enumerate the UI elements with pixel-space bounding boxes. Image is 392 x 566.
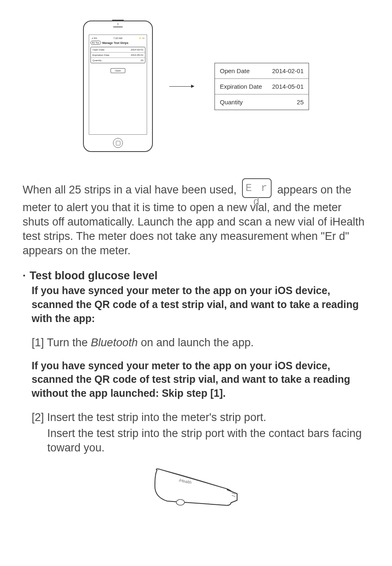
label: Quantity [92,59,101,62]
value: 25 [297,99,304,106]
svg-point-2 [176,499,184,505]
step1-b: on and launch the app. [138,336,254,349]
label: Open Date [220,67,250,74]
meter-device-icon: iHealth [151,464,241,513]
row-expiration-date-large: Expiration Date 2014-05-01 [215,79,309,94]
back-button[interactable]: BG Test [90,41,101,45]
row-quantity-large: Quantity 25 [215,94,309,110]
label: Open Date [92,48,104,51]
section-heading: · Test blood glucose level [23,269,369,282]
label: Expiration Date [92,54,109,56]
value: 2014-02-01 [272,67,304,74]
bullet-icon: · [23,269,26,282]
row-quantity-small: Quantity 25 [91,58,145,63]
screen-title: Manage Test Strips [102,41,129,44]
status-time: 7:20 AM [113,37,122,39]
label: Quantity [220,99,243,106]
value: 2014-02-01 [131,48,143,51]
row-expiration-date-small: Expiration Date 2014-05-01 [91,53,145,58]
strip-info-card-small: Open Date 2014-02-01 Expiration Date 201… [90,47,145,63]
condition-paragraph-2: If you have synced your meter to the app… [23,359,369,400]
illustration-section: .ıl 3G 7:20 AM ⚡ ▭ BG Test Manage Test S… [23,21,369,152]
row-open-date-small: Open Date 2014-02-01 [91,47,145,53]
para1-part-a: When all 25 strips in a vial have been u… [23,184,237,196]
phone-camera-icon [118,23,119,25]
label: Expiration Date [220,83,262,90]
arrow-icon [169,86,198,87]
step1-a: [1] Turn the [32,336,91,349]
condition-paragraph-1: If you have synced your meter to the app… [23,284,369,325]
status-bar: .ıl 3G 7:20 AM ⚡ ▭ [90,36,145,41]
lcd-display-icon: E r d [242,178,272,198]
phone-notch [112,20,124,21]
value: 2014-05-01 [272,83,304,90]
step1-italic: Bluetooth [91,336,138,349]
intro-paragraph: When all 25 strips in a vial have been u… [23,181,369,258]
strip-info-card-large: Open Date 2014-02-01 Expiration Date 201… [214,63,309,110]
home-button-icon[interactable] [113,138,123,148]
heading-text: Test blood glucose level [30,269,158,282]
value: 25 [141,59,143,62]
meter-illustration: iHealth [23,464,369,513]
value: 2014-05-01 [131,54,143,56]
step-1: [1] Turn the Bluetooth on and launch the… [23,336,369,350]
row-open-date-large: Open Date 2014-02-01 [215,63,309,79]
status-battery-icon: ⚡ ▭ [138,37,145,39]
phone-screen: .ıl 3G 7:20 AM ⚡ ▭ BG Test Manage Test S… [89,35,147,135]
status-signal: .ıl 3G [91,37,97,39]
phone-speaker-icon [113,26,123,28]
open-button[interactable]: Open [111,68,126,73]
step-2-line-2: Insert the test strip into the strip por… [23,426,369,455]
screen-header: BG Test Manage Test Strips [90,41,145,45]
step-2-line-1: [2] Insert the test strip into the meter… [23,410,369,425]
phone-mockup: .ıl 3G 7:20 AM ⚡ ▭ BG Test Manage Test S… [83,21,153,152]
